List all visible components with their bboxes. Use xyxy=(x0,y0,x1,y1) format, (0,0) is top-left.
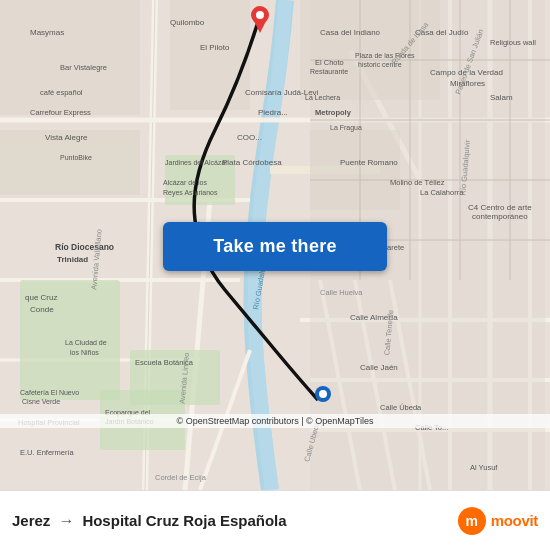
svg-text:Piedra...: Piedra... xyxy=(258,108,288,117)
svg-text:Carrefour Express: Carrefour Express xyxy=(30,108,91,117)
svg-text:Masymas: Masymas xyxy=(30,28,64,37)
destination-pin xyxy=(314,385,332,407)
svg-marker-107 xyxy=(254,21,266,33)
origin-label: Jerez xyxy=(12,512,50,529)
origin-pin xyxy=(250,5,270,37)
svg-text:Plata Córdobesa: Plata Córdobesa xyxy=(222,158,282,167)
svg-rect-29 xyxy=(170,0,250,110)
svg-text:Calle Jaén: Calle Jaén xyxy=(360,363,398,372)
svg-text:Trinidad: Trinidad xyxy=(57,255,88,264)
svg-text:La Ciudad de: La Ciudad de xyxy=(65,339,107,346)
svg-text:El Choto: El Choto xyxy=(315,58,344,67)
svg-text:Metropoly: Metropoly xyxy=(315,108,352,117)
svg-text:Cordel de Ecija: Cordel de Ecija xyxy=(155,473,207,482)
svg-rect-27 xyxy=(0,0,140,115)
svg-text:los Niños: los Niños xyxy=(70,349,99,356)
destination-label: Hospital Cruz Roja Española xyxy=(82,512,286,529)
svg-text:La Fragua: La Fragua xyxy=(330,124,362,132)
svg-text:café español: café español xyxy=(40,88,83,97)
svg-text:Río Diocesano: Río Diocesano xyxy=(55,242,114,252)
svg-text:Cafetería El Nuevo: Cafetería El Nuevo xyxy=(20,389,79,396)
svg-text:Alcázar de los: Alcázar de los xyxy=(163,179,207,186)
moovit-icon: m xyxy=(458,507,486,535)
copyright-text: © OpenStreetMap contributors | © OpenMap… xyxy=(177,416,374,426)
map-container: Masymas Bar Vistalegre café español Carr… xyxy=(0,0,550,490)
moovit-label: moovit xyxy=(491,512,538,529)
svg-text:Cisne Verde: Cisne Verde xyxy=(22,398,60,405)
svg-text:Calle Úbeda: Calle Úbeda xyxy=(380,403,422,412)
svg-text:Quilombo: Quilombo xyxy=(170,18,205,27)
svg-point-108 xyxy=(256,11,264,19)
svg-text:El Piloto: El Piloto xyxy=(200,43,230,52)
bottom-bar: Jerez → Hospital Cruz Roja Española m mo… xyxy=(0,490,550,550)
svg-text:que Cruz: que Cruz xyxy=(25,293,57,302)
svg-text:Al Yusuf: Al Yusuf xyxy=(470,463,498,472)
svg-text:contemporáneo: contemporáneo xyxy=(472,212,528,221)
svg-text:PuntoBike: PuntoBike xyxy=(60,154,92,161)
arrow-icon: → xyxy=(58,512,74,530)
svg-text:C4 Centro de arte: C4 Centro de arte xyxy=(468,203,532,212)
svg-text:Bar Vistalegre: Bar Vistalegre xyxy=(60,63,107,72)
svg-text:Comisaría Judá-Levi: Comisaría Judá-Levi xyxy=(245,88,319,97)
svg-text:Vista Alegre: Vista Alegre xyxy=(45,133,88,142)
svg-text:Salam: Salam xyxy=(490,93,513,102)
moovit-logo: m moovit xyxy=(458,507,538,535)
copyright-notice: © OpenStreetMap contributors | © OpenMap… xyxy=(0,414,550,428)
take-me-there-button[interactable]: Take me there xyxy=(163,222,387,271)
take-me-there-label: Take me there xyxy=(213,236,337,257)
svg-point-110 xyxy=(319,390,327,398)
svg-text:Casa del Indiano: Casa del Indiano xyxy=(320,28,381,37)
svg-text:Molino de Téllez: Molino de Téllez xyxy=(390,178,445,187)
svg-text:Jardines del Alcázar: Jardines del Alcázar xyxy=(165,159,228,166)
svg-text:Conde: Conde xyxy=(30,305,54,314)
svg-text:COO...: COO... xyxy=(237,133,262,142)
svg-text:Religious wall: Religious wall xyxy=(490,38,536,47)
svg-text:Restaurante: Restaurante xyxy=(310,68,348,75)
svg-text:Puente Romano: Puente Romano xyxy=(340,158,398,167)
svg-text:Calle Huelva: Calle Huelva xyxy=(320,288,363,297)
svg-text:Reyes Asturianos: Reyes Asturianos xyxy=(163,189,218,197)
svg-text:E.U. Enfermería: E.U. Enfermería xyxy=(20,448,75,457)
